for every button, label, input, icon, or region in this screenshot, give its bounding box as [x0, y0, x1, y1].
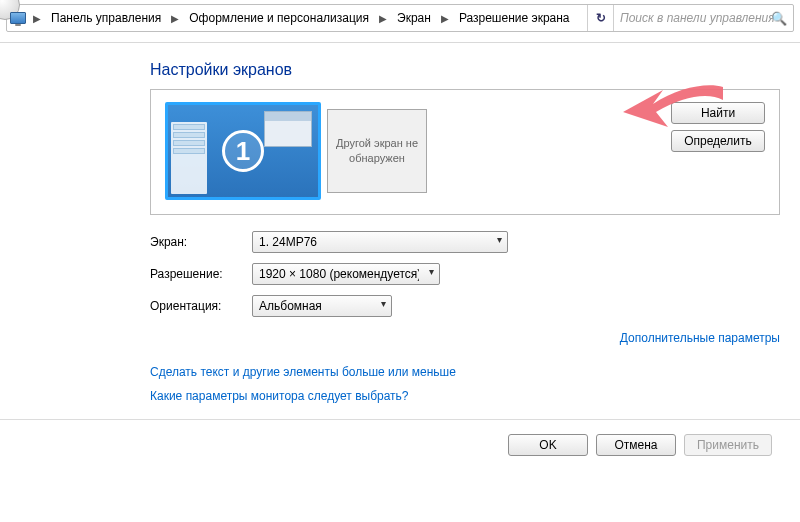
breadcrumb: ▶ Панель управления ▶ Оформление и персо… [7, 5, 587, 31]
chevron-right-icon[interactable]: ▶ [167, 13, 183, 24]
screen-label: Экран: [150, 235, 252, 249]
page-title: Настройки экранов [150, 61, 780, 79]
apply-button[interactable]: Применить [684, 434, 772, 456]
screen-select[interactable]: 1. 24MP76 [252, 231, 508, 253]
dialog-buttons: OK Отмена Применить [0, 420, 800, 456]
advanced-settings-link[interactable]: Дополнительные параметры [620, 331, 780, 345]
chevron-right-icon[interactable]: ▶ [29, 13, 45, 24]
search-box[interactable]: 🔍 [613, 5, 793, 31]
ok-button[interactable]: OK [508, 434, 588, 456]
monitor-help-link[interactable]: Какие параметры монитора следует выбрать… [150, 389, 780, 403]
crumb-control-panel[interactable]: Панель управления [45, 5, 167, 31]
cancel-button[interactable]: Отмена [596, 434, 676, 456]
settings-form: Экран: 1. 24MP76 Разрешение: 1920 × 1080… [150, 231, 780, 403]
refresh-button[interactable]: ↻ [587, 5, 613, 31]
monitor-1[interactable]: 1 [165, 102, 321, 200]
crumb-resolution[interactable]: Разрешение экрана [453, 5, 576, 31]
monitors-preview[interactable]: 1 Другой экран не обнаружен [165, 102, 427, 200]
text-size-link[interactable]: Сделать текст и другие элементы больше и… [150, 365, 780, 379]
address-bar: ▶ Панель управления ▶ Оформление и персо… [6, 4, 794, 32]
search-icon[interactable]: 🔍 [771, 11, 787, 26]
find-button[interactable]: Найти [671, 102, 765, 124]
orientation-label: Ориентация: [150, 299, 252, 313]
search-input[interactable] [620, 11, 787, 25]
crumb-display[interactable]: Экран [391, 5, 437, 31]
monitor-number: 1 [222, 130, 264, 172]
monitor-icon [7, 12, 29, 24]
display-preview-box: 1 Другой экран не обнаружен Найти Опреде… [150, 89, 780, 215]
orientation-select[interactable]: Альбомная [252, 295, 392, 317]
crumb-appearance[interactable]: Оформление и персонализация [183, 5, 375, 31]
chevron-right-icon[interactable]: ▶ [437, 13, 453, 24]
chevron-right-icon[interactable]: ▶ [375, 13, 391, 24]
identify-button[interactable]: Определить [671, 130, 765, 152]
resolution-label: Разрешение: [150, 267, 252, 281]
resolution-select[interactable]: 1920 × 1080 (рекомендуется) [252, 263, 440, 285]
monitor-not-detected[interactable]: Другой экран не обнаружен [327, 109, 427, 193]
